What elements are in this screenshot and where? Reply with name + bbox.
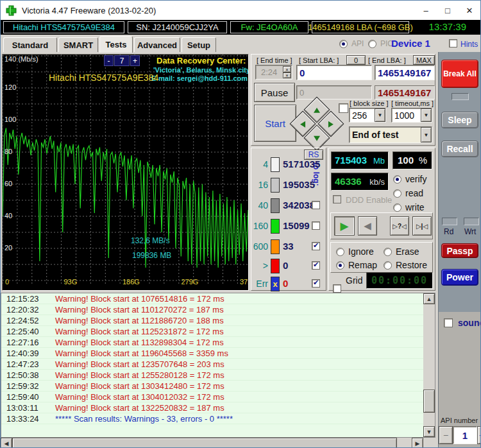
restore-label: Restore (396, 260, 427, 270)
log-message: ***** Scan results: Warnings - 33, error… (47, 414, 233, 424)
zoom-in-button[interactable]: + (130, 55, 140, 66)
verify-label: verify (405, 174, 426, 184)
triangle-up-icon (314, 107, 320, 112)
stat-log-checkbox[interactable] (312, 221, 320, 230)
maximize-icon[interactable]: □ (437, 1, 459, 20)
hints-label: Hints (460, 40, 478, 49)
scroll-down-icon[interactable]: ▼ (423, 426, 435, 437)
grid-checkbox[interactable] (333, 284, 341, 293)
seek-test-icon[interactable]: ▷?◁ (390, 216, 409, 236)
stat-log-checkbox[interactable] (312, 261, 320, 270)
power-button[interactable]: Power (441, 269, 478, 286)
chevron-down-icon[interactable]: ▼ (375, 108, 385, 122)
log-hscrollbar[interactable]: ◀ ▶ (1, 438, 423, 448)
scroll-right-icon[interactable]: ▶ (412, 438, 423, 448)
stat-log-checkbox[interactable] (312, 201, 320, 209)
play-icon[interactable]: ▶ (334, 216, 355, 236)
seek-home-icon[interactable]: ▷|◁ (412, 216, 432, 236)
log-entry: 12:40:39Warning! Block start at 11960455… (1, 348, 435, 359)
log-message: Warning! Block start at 1196045568 = 335… (47, 349, 228, 358)
x-tick-label: 0 (5, 278, 9, 286)
remap-label: Remap (348, 260, 377, 270)
hscroll-thumb[interactable] (12, 438, 397, 448)
verify-radio[interactable] (393, 175, 401, 184)
latency-swatch-icon (271, 157, 280, 172)
start-lba-zero-button[interactable]: 0 (346, 55, 366, 65)
tab-tests[interactable]: Tests (99, 36, 133, 53)
recall-button[interactable]: Recall (441, 141, 478, 157)
api-number-value[interactable]: 1 (453, 426, 477, 444)
device-selector[interactable]: Device 1 (391, 38, 430, 49)
write-radio[interactable] (393, 203, 401, 212)
y-tick-label: 120 (4, 83, 16, 91)
block-stats-panel: RS to log: 45171035161950354034203816015… (251, 148, 326, 291)
banner-email: E-mail: sergei@hdd-911.com (151, 74, 248, 82)
api-plus-button[interactable]: + (477, 426, 481, 444)
current-lba-display: 0 (296, 85, 372, 99)
progress-panel: 715403 Mb 100 % 46336 kb/s verify read w… (328, 148, 435, 291)
end-lba-input[interactable]: 1465149167 (375, 65, 435, 80)
step-back-icon[interactable]: ◀ (358, 216, 377, 236)
zoom-out-button[interactable]: - (104, 55, 114, 66)
tab-smart[interactable]: SMART (58, 37, 98, 52)
latency-swatch-icon (271, 259, 280, 273)
speed-display: 46336 kb/s (331, 173, 389, 191)
max-button[interactable]: MAX (413, 55, 435, 65)
pause-button[interactable]: Pause (254, 83, 295, 102)
chevron-down-icon[interactable]: ▼ (421, 127, 432, 142)
x-tick-label: 372G (240, 278, 249, 286)
hints-checkbox[interactable] (449, 39, 457, 47)
passp-button[interactable]: Passp (441, 243, 478, 258)
log-entry: 13:33:24***** Scan results: Warnings - 3… (1, 413, 435, 424)
sound-checkbox[interactable] (444, 318, 453, 327)
log-message: Warning! Block start at 1076514816 = 172… (47, 294, 224, 304)
end-of-test-combo[interactable]: End of test ▼ (349, 126, 432, 143)
spin-up-icon[interactable]: ▲ (283, 66, 291, 73)
graph-zoom-spinner: - 7 + (104, 55, 140, 66)
block-stat-row: >0 (251, 259, 327, 274)
stat-log-checkbox[interactable] (312, 242, 320, 250)
api-minus-button[interactable]: − (439, 426, 453, 444)
ignore-radio[interactable] (336, 248, 344, 256)
scroll-left-icon[interactable]: ◀ (1, 438, 12, 448)
tab-standard[interactable]: Standard (3, 37, 57, 52)
close-icon[interactable]: ✕ (459, 1, 480, 20)
vscroll-thumb[interactable] (423, 390, 435, 413)
log-entry: 12:20:32Warning! Block start at 11012702… (1, 304, 435, 315)
timeout-combo[interactable]: 1000 ▼ (391, 108, 432, 123)
stat-threshold-label: 4 (251, 159, 268, 169)
spin-down-icon[interactable]: ▼ (283, 73, 291, 78)
block-size-combo[interactable]: 256 ▼ (349, 108, 386, 123)
rd-indicator (442, 218, 457, 225)
tab-advanced[interactable]: Advanced (134, 37, 180, 52)
remap-radio[interactable] (336, 261, 344, 270)
app-icon (6, 5, 17, 16)
start-lba-label: [ Start LBA: ] (299, 56, 339, 64)
chevron-down-icon[interactable]: ▼ (421, 108, 432, 122)
start-lba-input[interactable]: 0 (296, 65, 372, 80)
latency-swatch-icon (271, 219, 280, 234)
stat-log-checkbox[interactable] (312, 279, 320, 288)
api-radio-label: API (351, 39, 364, 48)
tab-setup[interactable]: Setup (181, 37, 216, 52)
log-time: 12:50:38 (1, 370, 47, 381)
log-entry: 12:59:40Warning! Block start at 13040120… (1, 392, 435, 402)
ddd-enable-label: DDD Enable (346, 195, 392, 205)
log-vscrollbar[interactable]: ▲ ▼ (423, 293, 435, 437)
end-time-label: [ End time ] (257, 56, 292, 64)
ddd-enable-checkbox[interactable] (333, 195, 341, 203)
log-message: Warning! Block start at 1121886720 = 188… (47, 316, 224, 325)
end-time-spinner[interactable]: 2:24 ▲ ▼ (255, 65, 292, 80)
scroll-up-icon[interactable]: ▲ (423, 293, 435, 304)
restore-radio[interactable] (384, 261, 392, 270)
sleep-button[interactable]: Sleep (441, 112, 478, 128)
end-lba-current-display: 1465149167 (375, 85, 435, 99)
read-radio[interactable] (393, 189, 401, 198)
seek-checkbox[interactable] (339, 103, 348, 113)
erase-radio[interactable] (384, 248, 392, 256)
pio-radio[interactable] (368, 40, 376, 48)
break-all-button[interactable]: Break All (441, 60, 478, 88)
minimize-icon[interactable]: – (415, 1, 437, 20)
api-radio[interactable] (339, 40, 348, 48)
triangle-right-icon (328, 121, 333, 127)
